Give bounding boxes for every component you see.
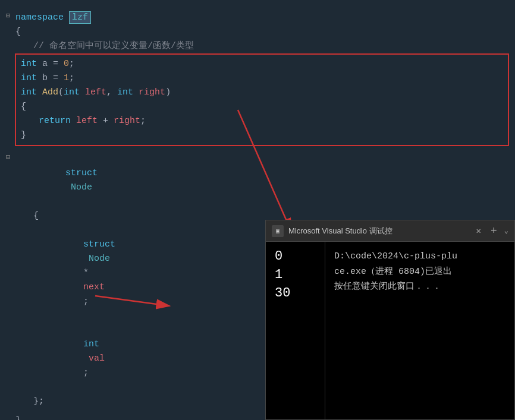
kw-int-a: int	[21, 57, 37, 71]
console-window[interactable]: ▣ Microsoft Visual Studio 调试控 ✕ + ⌄ 0 1 …	[265, 220, 515, 420]
console-plus-button[interactable]: +	[491, 225, 497, 237]
param-left: left	[80, 86, 106, 100]
kw-struct2: struct	[83, 239, 115, 250]
namespace-keyword: namespace lzf	[15, 11, 91, 25]
val-b: 1	[64, 71, 69, 86]
code-line-int-b: int b = 1 ;	[21, 71, 503, 86]
semi-next: ;	[83, 296, 89, 307]
console-out-1: 1	[275, 266, 316, 285]
val-a: 0	[64, 57, 69, 71]
console-body: 0 1 30 D:\code\2024\c-plus-plu ce.exe（进程…	[266, 242, 514, 419]
eq-a: =	[53, 57, 64, 71]
kw-return: return	[39, 114, 71, 128]
next-field: next	[83, 282, 105, 292]
code-line-comment: // 命名空间中可以定义变量/函数/类型	[0, 39, 515, 53]
ns-brace-close: }	[15, 413, 21, 420]
namespace-name-highlight: lzf	[69, 11, 91, 24]
code-line-add-close: }	[21, 128, 503, 143]
node-next-line: struct Node * next ;	[15, 223, 115, 323]
param-right: right	[133, 86, 165, 100]
console-titlebar: ▣ Microsoft Visual Studio 调试控 ✕ + ⌄	[266, 220, 514, 242]
ret-semi: ;	[140, 114, 146, 128]
console-close-button[interactable]: ✕	[476, 226, 481, 236]
ret-right: right	[114, 114, 140, 128]
console-title: Microsoft Visual Studio 调试控	[288, 226, 392, 236]
var-b: b	[37, 71, 53, 86]
add-brace-open: {	[21, 100, 26, 114]
console-app-icon: ▣	[272, 225, 284, 237]
add-brace-close: }	[21, 128, 26, 143]
code-line-add-open: {	[21, 100, 503, 114]
console-text-line2: ce.exe（进程 6804)已退出	[334, 264, 505, 280]
kw-int-val: int	[83, 339, 99, 349]
struct-brace-close: };	[15, 394, 44, 409]
console-output: 0 1 30	[266, 242, 325, 419]
ret-left: left	[71, 114, 98, 128]
console-text-line3: 按任意键关闭此窗口．．．	[334, 279, 505, 295]
namespace-content-box: int a = 0 ; int b = 1 ; int Add ( int	[15, 53, 509, 146]
kw-int-right: int	[117, 86, 133, 100]
ret-plus: +	[98, 114, 114, 128]
struct-name: Node	[65, 182, 92, 192]
collapse-icon-struct[interactable]: ⊟	[6, 152, 15, 163]
kw-struct: struct	[65, 168, 98, 178]
semi-a: ;	[69, 57, 74, 71]
kw-int-b: int	[21, 71, 37, 86]
kw-int-left: int	[64, 86, 80, 100]
code-line-int-a: int a = 0 ;	[21, 57, 503, 71]
console-chevron-button[interactable]: ⌄	[504, 226, 508, 235]
star-next: *	[83, 268, 94, 278]
struct-brace-open: {	[15, 209, 39, 223]
var-a: a	[37, 57, 53, 71]
comment-text: // 命名空间中可以定义变量/函数/类型	[15, 39, 194, 53]
paren-add-open: (	[58, 86, 64, 100]
paren-add-close: )	[165, 86, 171, 100]
comma-add: ,	[106, 86, 117, 100]
console-out-0: 0	[275, 248, 316, 266]
eq-b: =	[53, 71, 64, 86]
console-out-2: 30	[275, 285, 316, 303]
code-line-struct: ⊟ struct Node	[0, 152, 515, 209]
val-field: val	[83, 353, 105, 364]
code-line-return: return left + right ;	[21, 114, 503, 128]
func-add-name: Add	[37, 86, 58, 100]
console-text-line1: D:\code\2024\c-plus-plu	[334, 249, 505, 264]
code-editor: ⊟ namespace lzf { // 命名空间中可以定义变量/函数/类型 i…	[0, 0, 515, 420]
semi-val: ;	[83, 368, 89, 378]
val-line: int val ;	[15, 323, 105, 394]
console-text-area: D:\code\2024\c-plus-plu ce.exe（进程 6804)已…	[325, 242, 514, 419]
struct-line: struct Node	[15, 152, 98, 209]
struct-node-ref: Node	[83, 254, 110, 264]
code-line-2: {	[0, 25, 515, 39]
code-line-add: int Add ( int left , int right )	[21, 86, 503, 100]
collapse-icon-1[interactable]: ⊟	[6, 11, 15, 22]
kw-int-add: int	[21, 86, 37, 100]
code-line-blank1	[0, 146, 515, 152]
brace-open-1: {	[15, 25, 21, 39]
semi-b: ;	[69, 71, 74, 86]
code-line-1: ⊟ namespace lzf	[0, 11, 515, 25]
